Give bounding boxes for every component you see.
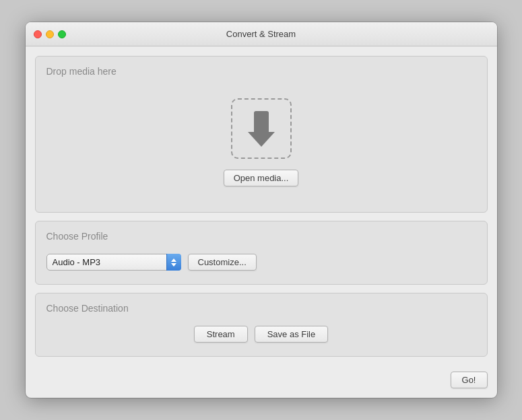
customize-button[interactable]: Customize... <box>188 254 257 271</box>
stream-button[interactable]: Stream <box>194 326 248 343</box>
maximize-button[interactable] <box>58 30 66 38</box>
main-window: Convert & Stream Drop media here Open me… <box>26 22 497 398</box>
profile-select-wrapper: Audio - MP3 Video - H.264 + MP3 (MP4) Vi… <box>46 254 181 271</box>
arrow-shaft <box>254 111 269 133</box>
save-as-file-button[interactable]: Save as File <box>255 326 329 343</box>
download-icon <box>248 111 275 147</box>
drop-media-section: Drop media here Open media... <box>35 56 488 213</box>
profile-select[interactable]: Audio - MP3 Video - H.264 + MP3 (MP4) Vi… <box>46 254 181 271</box>
traffic-lights <box>34 30 66 38</box>
go-button[interactable]: Go! <box>451 372 488 388</box>
drop-media-title: Drop media here <box>46 66 476 77</box>
window-title: Convert & Stream <box>226 29 296 39</box>
destination-buttons: Stream Save as File <box>46 322 476 347</box>
titlebar: Convert & Stream <box>26 22 497 46</box>
window-content: Drop media here Open media... Choose Pro… <box>26 46 497 366</box>
profile-row: Audio - MP3 Video - H.264 + MP3 (MP4) Vi… <box>46 250 476 275</box>
choose-destination-section: Choose Destination Stream Save as File <box>35 293 488 357</box>
choose-profile-section: Choose Profile Audio - MP3 Video - H.264… <box>35 221 488 285</box>
drop-area[interactable]: Open media... <box>46 85 476 203</box>
bottom-bar: Go! <box>26 366 497 398</box>
choose-profile-title: Choose Profile <box>46 231 476 242</box>
close-button[interactable] <box>34 30 42 38</box>
choose-destination-title: Choose Destination <box>46 303 476 314</box>
drop-icon-wrapper <box>231 98 292 159</box>
minimize-button[interactable] <box>46 30 54 38</box>
arrow-head <box>248 132 275 147</box>
open-media-button[interactable]: Open media... <box>224 170 299 186</box>
